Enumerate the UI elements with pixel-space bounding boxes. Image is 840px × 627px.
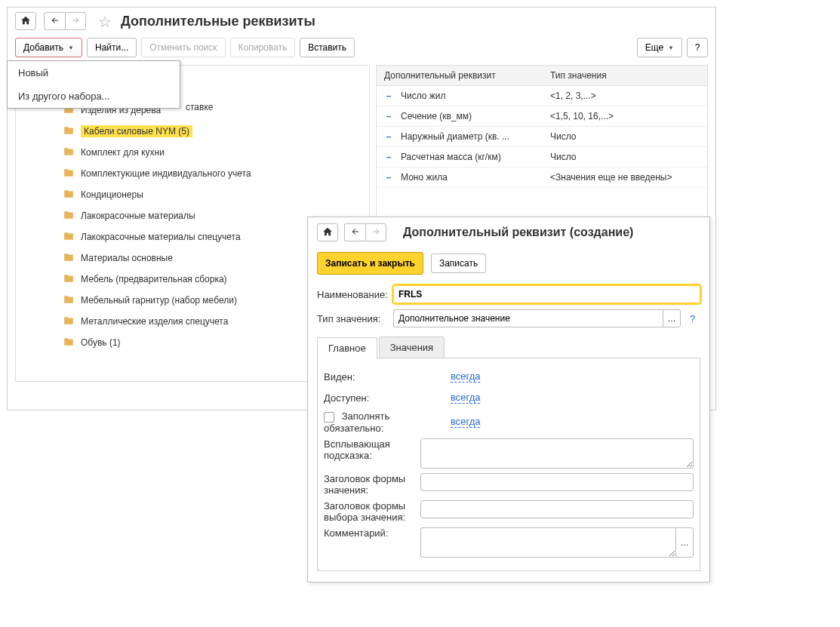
- cell-type: <Значения еще не введены>: [543, 168, 707, 187]
- cancel-search-button[interactable]: Отменить поиск: [141, 38, 225, 57]
- dialog-title: Дополнительный реквизит (создание): [403, 226, 633, 239]
- available-row: Доступен: всегда: [324, 387, 694, 408]
- tree-item[interactable]: Комплект для кухни: [60, 142, 369, 163]
- type-input-wrap: …: [393, 309, 681, 327]
- arrow-left-icon: [350, 227, 361, 238]
- tooltip-input[interactable]: [420, 438, 694, 469]
- tree-item-label: Кабели силовые NYM (5): [81, 125, 192, 137]
- visible-link[interactable]: всегда: [451, 370, 480, 383]
- table-header: Дополнительный реквизит Тип значения: [377, 66, 707, 86]
- tooltip-row: Всплывающая подсказка:: [324, 436, 694, 471]
- page-title: Дополнительные реквизиты: [121, 14, 315, 29]
- minus-icon: –: [384, 131, 393, 142]
- tab-main[interactable]: Главное: [317, 337, 377, 358]
- add-dropdown: Новый Из другого набора...: [7, 60, 180, 109]
- required-checkbox[interactable]: [324, 412, 334, 423]
- cell-property-text: Сечение (кв_мм): [401, 111, 472, 121]
- tree-item[interactable]: Кондиционеры: [60, 184, 369, 205]
- tree-item-label: Лакокрасочные материалы спецучета: [81, 232, 241, 242]
- tab-values[interactable]: Значения: [379, 337, 445, 358]
- help-button[interactable]: ?: [687, 38, 708, 57]
- visible-label: Виден:: [324, 371, 445, 383]
- tree-item-label: Лакокрасочные материалы: [81, 211, 195, 221]
- table-row[interactable]: –Моно жила<Значения еще не введены>: [377, 168, 707, 188]
- visible-row: Виден: всегда: [324, 366, 694, 387]
- type-help-button[interactable]: ?: [690, 313, 700, 324]
- comment-input[interactable]: [420, 527, 675, 558]
- minus-icon: –: [384, 152, 393, 162]
- table-row[interactable]: –Число жил<1, 2, 3,...>: [377, 86, 707, 106]
- home-button[interactable]: [15, 12, 36, 30]
- cell-type: Число: [543, 147, 707, 167]
- more-button-label: Еще: [645, 42, 663, 53]
- name-input[interactable]: [393, 285, 700, 303]
- dialog-toolbar: Записать и закрыть Записать: [308, 247, 709, 282]
- tree-item[interactable]: Кабели силовые NYM (5): [60, 121, 369, 142]
- cell-property: –Расчетная масса (кг/км): [377, 147, 543, 167]
- save-close-button[interactable]: Записать и закрыть: [317, 252, 423, 275]
- th-type: Тип значения: [543, 66, 707, 85]
- caret-down-icon: ▼: [68, 45, 74, 51]
- save-button[interactable]: Записать: [431, 254, 486, 273]
- tree-item-label: Мебельный гарнитур (набор мебели): [81, 295, 237, 306]
- folder-icon: [63, 146, 75, 159]
- cell-type: <1, 2, 3,...>: [543, 86, 707, 106]
- dialog-home-button[interactable]: [317, 223, 338, 241]
- tree-item[interactable]: Комплектующие индивидуального учета: [60, 163, 369, 184]
- dialog-nav-group: [344, 223, 386, 241]
- folder-icon: [63, 315, 75, 328]
- find-button[interactable]: Найти...: [87, 38, 137, 57]
- th-property: Дополнительный реквизит: [377, 66, 543, 85]
- dialog-tabs: Главное Значения: [317, 337, 700, 358]
- folder-icon: [63, 168, 75, 180]
- paste-button[interactable]: Вставить: [300, 38, 355, 57]
- tree-item-label: Кондиционеры: [81, 189, 143, 200]
- dialog-back-button[interactable]: [344, 223, 365, 241]
- tree-item-label: Металлические изделия спецучета: [81, 316, 228, 327]
- cell-property: –Наружный диаметр (кв. ...: [377, 127, 543, 146]
- folder-icon: [63, 125, 75, 138]
- type-picker-button[interactable]: …: [663, 309, 681, 327]
- copy-button[interactable]: Копировать: [230, 38, 296, 57]
- comment-picker-button[interactable]: …: [675, 527, 694, 558]
- minus-icon: –: [384, 111, 393, 121]
- folder-icon: [63, 252, 75, 265]
- dropdown-item-new[interactable]: Новый: [8, 61, 180, 85]
- caret-down-icon: ▼: [668, 45, 674, 51]
- type-input[interactable]: [393, 309, 663, 327]
- main-titlebar: ☆ Дополнительные реквизиты: [8, 8, 715, 35]
- name-row: Наименование:: [308, 282, 709, 306]
- type-row: Тип значения: … ?: [308, 306, 709, 330]
- required-row: Заполнять обязательно: всегда: [324, 408, 694, 436]
- available-label: Доступен:: [324, 392, 445, 404]
- add-button[interactable]: Добавить ▼: [15, 38, 82, 57]
- form-header-input[interactable]: [420, 473, 694, 491]
- star-icon: ☆: [98, 14, 112, 30]
- choice-header-input[interactable]: [420, 500, 694, 518]
- required-label: Заполнять обязательно:: [324, 410, 445, 434]
- ellipsis-icon: …: [668, 314, 676, 323]
- folder-icon: [63, 294, 75, 307]
- cell-property: –Число жил: [377, 86, 543, 106]
- favorite-button[interactable]: ☆: [94, 12, 113, 30]
- cell-property: –Моно жила: [377, 168, 543, 187]
- nav-group: [44, 12, 86, 30]
- table-row[interactable]: –Расчетная масса (кг/км)Число: [377, 147, 707, 168]
- required-link[interactable]: всегда: [451, 416, 480, 428]
- home-icon: [20, 15, 31, 28]
- table-row[interactable]: –Сечение (кв_мм)<1,5, 10, 16,...>: [377, 106, 707, 127]
- more-button[interactable]: Еще ▼: [637, 38, 682, 57]
- ellipsis-icon: …: [681, 538, 689, 547]
- dropdown-item-from-other[interactable]: Из другого набора...: [8, 85, 180, 108]
- tree-item-label: Комплект для кухни: [81, 147, 165, 158]
- cell-property-text: Наружный диаметр (кв. ...: [401, 131, 509, 142]
- table-row[interactable]: –Наружный диаметр (кв. ...Число: [377, 127, 707, 147]
- dialog-forward-button[interactable]: [365, 223, 386, 241]
- folder-icon: [63, 231, 75, 244]
- add-button-label: Добавить: [23, 42, 63, 53]
- form-header-row: Заголовок формы значения:: [324, 471, 694, 498]
- back-button[interactable]: [44, 12, 65, 30]
- forward-button[interactable]: [65, 12, 86, 30]
- folder-icon: [63, 210, 75, 223]
- available-link[interactable]: всегда: [451, 392, 480, 404]
